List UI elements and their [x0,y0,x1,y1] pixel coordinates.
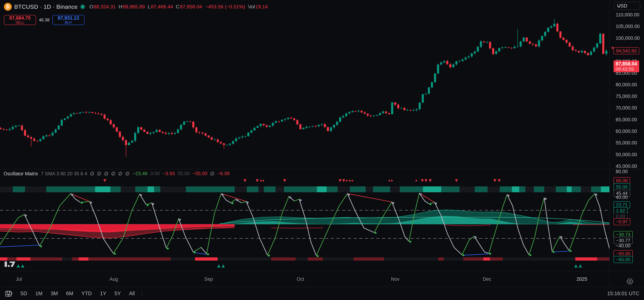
signal-dot [391,180,393,182]
bearish-signal-triangle [429,179,432,182]
range-button-1y[interactable]: 1Y [99,290,107,297]
bullish-signal-triangle [222,264,225,267]
price-axis-label: 105,000.00 [616,24,640,29]
oscillator-axis-label: 80.00 [616,169,628,174]
price-axis-label: 60,000.00 [616,129,637,134]
signal-dot [262,180,264,182]
buy-price: 87,931.13 [58,16,79,21]
price-chart-candles[interactable] [0,0,610,169]
sell-price: 87,884.75 [9,16,31,21]
empty-param-icon: ∅ [111,171,116,177]
chart-header: ₿ BTCUSD · 1D · Binance O88,324.31H88,86… [4,2,268,25]
symbol-title[interactable]: BTCUSD · 1D · Binance [14,4,78,10]
bullish-signal-triangle [17,264,20,267]
bearish-signal-triangle [283,179,286,182]
indicator-value: −6.39 [217,171,229,177]
oscillator-axis-label: 40.00 [616,195,628,200]
indicator-empty-values: ∅∅∅∅∅∅ [90,171,130,177]
time-axis-label-sep[interactable]: Sep [204,276,213,282]
signal-dot [346,180,348,182]
price-axis-label: 50,000.00 [616,152,637,157]
price-axis-label: 80,000.00 [616,82,637,87]
time-axis-label-oct[interactable]: Oct [297,276,304,282]
utc-clock[interactable]: 15:16:01 UTC [607,290,639,296]
bearish-signal-triangle [338,179,342,182]
indicator-value: −55.00 [192,171,207,177]
add-alert-plus-icon[interactable]: + [611,45,614,51]
go-to-date-icon[interactable] [5,290,12,297]
ohlc-item: O88,324.31 [89,4,116,10]
price-axis[interactable]: USD 110,000.00105,000.00100,000.0090,000… [610,0,644,287]
toolbar-divider [142,290,142,297]
price-axis-label: 100,000.00 [616,35,640,41]
tradingview-logo[interactable] [4,260,17,268]
time-axis[interactable]: JulAugSepOctNovDec2025 [0,271,644,287]
bullish-signal-triangle [217,264,220,267]
price-axis-label: 55,000.00 [616,140,637,146]
volume-item: Vol19.14 [248,4,268,10]
indicator-params: 7 SMA 3 80 20 35 6 4 [41,171,87,177]
bearish-signal-triangle [425,179,428,182]
chevron-down-icon [617,5,621,7]
price-axis-label: 75,000.00 [616,94,637,99]
sell-label: SELL [16,21,24,25]
bearish-signal-triangle [494,179,496,182]
range-button-ytd[interactable]: YTD [80,290,93,297]
change-value: −453.56 (−0.51%) [205,4,245,10]
ohlc-item: L87,468.44 [148,4,173,10]
indicator-value: −3.93 [162,171,175,177]
bearish-signal-triangle [421,179,424,182]
ohlc-item: H88,865.89 [119,4,145,10]
indicator-title[interactable]: Oscillator Matrix [4,171,38,177]
indicator-values: −23.460.00−3.9355.00−55.00∅−6.39 [132,171,229,177]
last-price-value: 87,858.04 [616,61,637,67]
bearish-signal-triangle [244,179,246,182]
oscillator-axis-label: 65.00 [614,177,630,184]
signal-dot [415,180,417,182]
oscillator-pane[interactable] [0,169,610,271]
empty-param-icon: ∅ [90,171,94,177]
range-button-6m[interactable]: 6M [65,290,74,297]
time-axis-label-jul[interactable]: Jul [16,276,22,282]
last-price-label: 87,858.0408:43:59 [614,61,639,72]
buy-button[interactable]: 87,931.13 BUY [52,15,84,25]
crosshair-price-label: 94,542.60+ [614,47,639,54]
bullish-signal-triangle [574,264,578,267]
time-axis-label-2025[interactable]: 2025 [576,276,587,282]
spread-value: 46.38 [39,18,50,23]
indicator-value: 55.00 [178,171,190,177]
time-axis-label-dec[interactable]: Dec [483,276,491,282]
oscillator-axis-label: 55.00 [614,184,630,190]
empty-param-icon: ∅ [104,171,109,177]
signal-dot [352,180,353,182]
range-button-5y[interactable]: 5Y [114,290,122,297]
ohlc-values: O88,324.31H88,865.89L87,468.44C87,858.04… [89,4,268,10]
range-button-all[interactable]: All [128,290,136,297]
bullish-signal-triangle [21,264,24,267]
range-button-1m[interactable]: 1M [34,290,44,297]
signal-dot [349,180,351,182]
empty-param-icon: ∅ [125,171,130,177]
bottom-toolbar: 1D5D1M3M6MYTD1Y5YAll15:16:01 UTC [0,287,644,300]
sell-button[interactable]: 87,884.75 SELL [4,15,36,25]
buy-label: BUY [65,21,72,25]
oscillator-axis-label: −65.00 [614,256,633,263]
indicator-value: −23.46 [132,171,147,177]
bearish-signal-triangle [498,179,500,182]
price-axis-label: 110,000.00 [616,12,639,18]
oscillator-header: Oscillator Matrix 7 SMA 3 80 20 35 6 4 ∅… [4,171,229,177]
range-button-3m[interactable]: 3M [50,290,59,297]
signal-dot [389,180,390,182]
tradingview-chart-window: ₿ BTCUSD · 1D · Binance O88,324.31H88,86… [0,0,644,300]
time-axis-label-nov[interactable]: Nov [391,276,400,282]
empty-param-icon: ∅ [97,171,102,177]
time-axis-label-aug[interactable]: Aug [110,276,118,282]
indicator-value: 0.00 [150,171,160,177]
bearish-signal-triangle [256,179,258,182]
bullish-signal-triangle [579,264,582,267]
range-button-5d[interactable]: 5D [20,290,28,297]
ohlc-item: C87,858.04 [176,4,202,10]
currency-selector[interactable]: USD [614,2,640,10]
bearish-signal-triangle [455,179,458,182]
market-status-icon[interactable] [80,4,85,10]
